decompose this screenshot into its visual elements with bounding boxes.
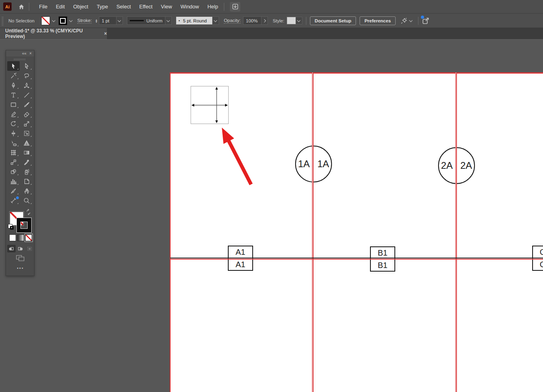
shaper-tool[interactable] [7,109,20,119]
document-tab-bar: Untitled-1* @ 33.33 % (CMYK/CPU Preview)… [0,28,543,39]
stroke-weight-dropdown-icon[interactable] [117,16,123,25]
color-mode-buttons [6,234,35,241]
menu-bar: Ai FileEditObjectTypeSelectEffectViewWin… [0,0,543,14]
symbol-sprayer-tool[interactable] [20,167,33,176]
stroke-color-swatch[interactable] [58,16,67,25]
tools-panel: «« × [6,50,34,276]
preferences-button[interactable]: Preferences [360,16,396,25]
perspective-grid-tool[interactable] [20,138,33,148]
gradient-tool[interactable] [20,148,33,157]
menu-select[interactable]: Select [112,4,135,10]
guide-vertical-1 [312,72,314,392]
style-swatch[interactable] [287,17,296,24]
home-icon[interactable] [17,4,26,10]
menu-view[interactable]: View [157,4,176,10]
opacity-expand-icon[interactable] [261,16,268,25]
graph-tool[interactable] [7,176,20,186]
opacity-link[interactable]: Opacity: [224,18,241,24]
mesh-tool[interactable] [7,148,20,157]
shape-builder-tool[interactable] [7,138,20,148]
rectangle-tool[interactable] [7,100,20,109]
screen-mode-icon[interactable] [6,254,35,262]
snap-options-icon[interactable] [400,17,408,24]
control-divider [306,17,306,25]
stroke-swatch-black[interactable] [17,218,31,232]
type-tool[interactable] [7,90,20,100]
arrange-documents-icon[interactable] [230,2,240,12]
tools-panel-header[interactable]: «« × [6,50,34,56]
snap-options-chevron-icon[interactable] [409,19,412,22]
stroke-weight-stepper[interactable]: ▲▼ [95,19,97,23]
menu-divider [29,3,29,11]
guide-vertical-left [170,72,171,392]
menu-file[interactable]: File [35,4,52,10]
guide-horizontal-middle [170,259,543,260]
fill-swatch-chevron-icon[interactable] [52,19,55,22]
gradient-button[interactable] [17,234,24,241]
blend-tool[interactable] [7,157,20,167]
width-profile-dropdown[interactable]: Uniform [127,16,165,25]
illustrator-logo: Ai [3,2,12,11]
registration-square [191,86,229,124]
menu-object[interactable]: Object [69,4,93,10]
stroke-swatch-chevron-icon[interactable] [69,19,72,22]
width-tool[interactable] [7,128,20,138]
menu-type[interactable]: Type [93,4,112,10]
stroke-weight-field[interactable]: 1 pt [99,16,117,25]
stroke-link[interactable]: Stroke: [77,18,92,24]
symbols-tool[interactable] [7,167,20,176]
control-bar-grip[interactable] [2,16,4,26]
lasso-tool[interactable] [20,71,33,80]
rotate-tool[interactable] [7,119,20,128]
hand-tool[interactable] [20,186,33,196]
fill-color-swatch[interactable] [41,16,50,25]
swap-fill-stroke-icon[interactable] [25,209,32,217]
stroke-profile-icon [130,20,144,22]
edit-toolbar-ellipsis[interactable]: ••• [6,266,35,270]
crosshair-arrows-icon [191,86,228,124]
brush-value: 5 pt. Round [183,18,207,23]
width-profile-chevron-icon[interactable] [165,16,172,25]
scale-tool[interactable] [20,119,33,128]
document-setup-button[interactable]: Document Setup [310,16,356,25]
color-button[interactable] [9,234,16,241]
share-document-icon[interactable] [422,17,430,25]
pen-tool[interactable] [7,80,20,90]
paintbrush-tool[interactable] [20,100,33,109]
line-segment-tool[interactable] [20,90,33,100]
brush-dropdown[interactable]: • 5 pt. Round [176,16,213,25]
dimension-tool[interactable] [7,196,20,205]
free-transform-tool[interactable] [20,128,33,138]
magic-wand-tool[interactable] [7,71,20,80]
default-fill-stroke-icon[interactable] [8,224,14,230]
curvature-tool[interactable] [20,80,33,90]
tab-close-icon[interactable]: × [104,31,107,36]
panel-drag-grip[interactable] [14,58,26,60]
eraser-tool[interactable] [20,109,33,119]
menu-edit[interactable]: Edit [52,4,69,10]
direct-selection-tool[interactable] [20,61,33,71]
tab-bar-bottom-edge [0,39,543,40]
circle-label-right: 2A [461,160,472,171]
document-tab[interactable]: Untitled-1* @ 33.33 % (CMYK/CPU Preview)… [0,28,107,39]
menu-effect[interactable]: Effect [135,4,157,10]
control-bar: No Selection Stroke: ▲▼ 1 pt Uniform • 5… [0,14,543,28]
draw-normal-icon[interactable] [7,245,16,252]
document-tab-title: Untitled-1* @ 33.33 % (CMYK/CPU Preview) [5,28,99,39]
knife-tool[interactable] [7,186,20,196]
close-panel-icon[interactable]: × [29,51,32,56]
artboard-tool[interactable] [20,176,33,186]
brush-chevron-icon[interactable] [213,16,219,25]
style-chevron-icon[interactable] [296,17,302,24]
collapse-panel-icon[interactable]: «« [22,51,26,56]
width-profile-value: Uniform [147,18,163,23]
menu-help[interactable]: Help [203,4,222,10]
zoom-tool[interactable] [20,196,33,205]
document-canvas[interactable]: 1A 1A 2A 2A A1 A1 B1 B1 C1 C1 [0,40,543,392]
selection-tool[interactable] [7,61,20,71]
none-button[interactable] [25,234,32,241]
opacity-field[interactable]: 100% [243,16,261,25]
eyedropper-tool[interactable] [20,157,33,167]
menu-window[interactable]: Window [176,4,203,10]
draw-behind-icon[interactable] [16,245,25,252]
